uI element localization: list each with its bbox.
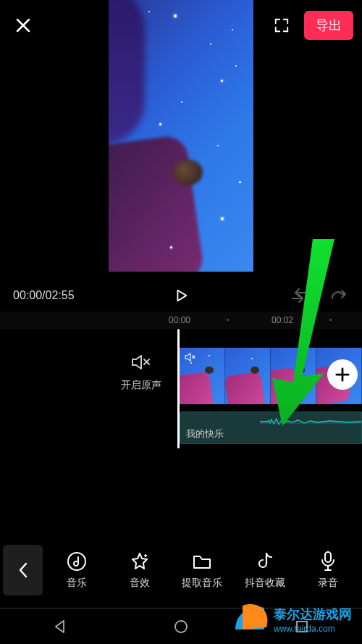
- undo-icon: [290, 288, 308, 303]
- playhead[interactable]: [177, 329, 180, 448]
- tool-label: 音乐: [67, 577, 87, 590]
- redo-icon: [329, 288, 347, 303]
- tool-record[interactable]: 录音: [299, 551, 357, 590]
- svg-rect-4: [297, 622, 307, 632]
- undo-button[interactable]: [288, 285, 310, 306]
- audio-track[interactable]: 我的快乐: [180, 411, 362, 444]
- audio-track-title: 我的快乐: [186, 427, 224, 440]
- nav-recent-button[interactable]: [287, 612, 316, 641]
- nav-home-button[interactable]: [167, 612, 195, 641]
- tool-label: 提取音乐: [182, 577, 222, 590]
- ruler-dot: [329, 319, 332, 321]
- speaker-muted-icon: [131, 354, 151, 371]
- redo-button[interactable]: [327, 285, 349, 306]
- folder-icon: [192, 552, 212, 571]
- timeline-ruler[interactable]: 00:00 00:02: [0, 311, 362, 329]
- clip-thumbnail[interactable]: [225, 348, 271, 404]
- tool-label: 录音: [318, 577, 338, 590]
- audio-toolbar: 音乐 音效 提取音乐 抖音收藏 录音: [0, 535, 362, 604]
- original-sound-toggle[interactable]: 开启原声: [112, 351, 170, 392]
- play-button[interactable]: [170, 285, 192, 306]
- toolbar-back-button[interactable]: [3, 545, 43, 595]
- douyin-icon: [256, 551, 274, 572]
- music-note-icon: [67, 551, 87, 572]
- clip-muted-icon: [184, 351, 197, 364]
- tool-extract-music[interactable]: 提取音乐: [173, 551, 231, 590]
- preview-decoration: [172, 159, 203, 185]
- nav-back-button[interactable]: [46, 612, 75, 641]
- tool-label: 音效: [130, 577, 150, 590]
- add-clip-button[interactable]: [327, 359, 358, 390]
- circle-home-icon: [173, 619, 189, 635]
- original-sound-label: 开启原声: [121, 379, 161, 392]
- play-icon: [173, 288, 189, 304]
- svg-point-3: [175, 621, 187, 632]
- fullscreen-icon: [274, 17, 290, 33]
- export-button[interactable]: 导出: [304, 11, 353, 40]
- timecode-display: 00:00/02:55: [13, 289, 75, 302]
- svg-rect-2: [325, 552, 331, 562]
- close-icon: [14, 17, 32, 34]
- microphone-icon: [319, 551, 337, 572]
- close-button[interactable]: [9, 11, 38, 40]
- audio-waveform: [260, 417, 361, 427]
- tool-music[interactable]: 音乐: [48, 551, 106, 590]
- system-navbar: [0, 608, 362, 644]
- ruler-tick-label: 00:00: [169, 315, 190, 325]
- clip-thumbnail[interactable]: [271, 348, 316, 404]
- star-sparkle-icon: [130, 551, 150, 572]
- triangle-back-icon: [52, 619, 68, 635]
- square-recent-icon: [295, 619, 309, 634]
- tool-sound-effect[interactable]: 音效: [111, 551, 169, 590]
- ruler-dot: [227, 319, 229, 321]
- tool-label: 抖音收藏: [245, 577, 285, 590]
- preview-decoration: [109, 134, 205, 272]
- tool-douyin-favorites[interactable]: 抖音收藏: [236, 551, 294, 590]
- fullscreen-button[interactable]: [269, 13, 294, 38]
- clip-thumbnail[interactable]: [180, 348, 225, 404]
- ruler-tick-label: 00:02: [272, 315, 293, 325]
- chevron-left-icon: [17, 561, 29, 579]
- plus-icon: [334, 367, 350, 382]
